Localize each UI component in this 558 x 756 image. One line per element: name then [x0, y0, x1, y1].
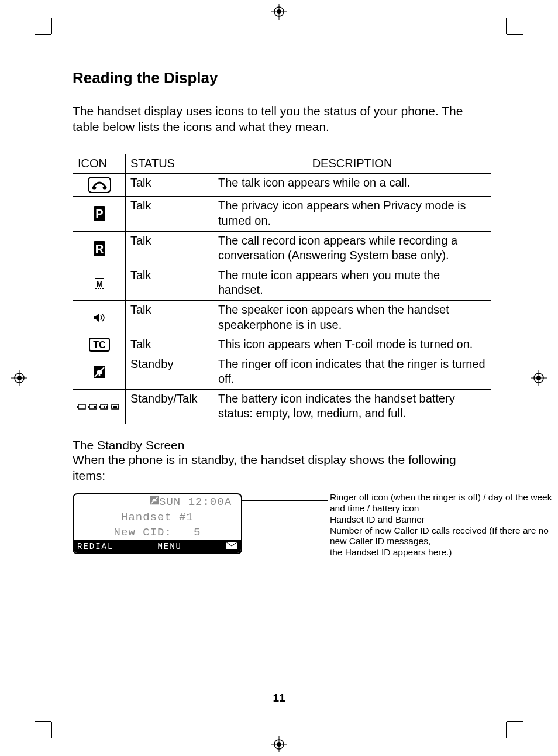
desc-cell: The privacy icon appears when Privacy mo…: [213, 197, 491, 231]
status-cell: Standby: [126, 355, 213, 389]
status-cell: Talk: [126, 231, 213, 266]
svg-text:M: M: [96, 279, 103, 288]
leader-line-icon: [242, 500, 328, 501]
table-row: P Talk The privacy icon appears when Pri…: [73, 197, 491, 231]
table-header-row: ICON STATUS DESCRIPTION: [73, 154, 491, 174]
col-header-icon: ICON: [73, 154, 126, 174]
record-r-icon: R: [73, 231, 126, 266]
status-cell: Talk: [126, 335, 213, 355]
crop-mark-icon: [506, 18, 507, 34]
desc-cell: The call record icon appears while recor…: [213, 231, 491, 266]
table-row: TC Talk This icon appears when T-coil mo…: [73, 335, 491, 355]
status-cell: Talk: [126, 300, 213, 335]
registration-mark-icon: [271, 4, 287, 20]
svg-rect-16: [88, 177, 111, 193]
svg-rect-34: [77, 406, 78, 408]
callout-2: Handset ID and Banner: [330, 514, 558, 525]
svg-point-31: [98, 374, 100, 376]
callout-3b: the Handset ID appears here.): [330, 547, 558, 558]
desc-cell: The battery icon indicates the handset b…: [213, 389, 491, 424]
status-cell: Talk: [126, 174, 213, 197]
registration-mark-icon: [531, 370, 547, 386]
crop-mark-icon: [35, 34, 51, 35]
battery-icon: [232, 493, 242, 521]
status-cell: Talk: [126, 197, 213, 231]
svg-rect-36: [88, 406, 89, 408]
crop-mark-icon: [51, 18, 52, 34]
softkey-mid: MENU: [113, 542, 226, 551]
svg-rect-43: [111, 406, 112, 408]
svg-point-18: [102, 187, 106, 190]
desc-cell: The talk icon appears while on a call.: [213, 174, 491, 197]
svg-rect-44: [113, 406, 115, 408]
crop-mark-icon: [507, 34, 523, 35]
talk-phone-icon: [73, 174, 126, 197]
svg-rect-37: [94, 406, 96, 408]
desc-cell: This icon appears when T-coil mode is tu…: [213, 335, 491, 355]
status-cell: Talk: [126, 266, 213, 300]
mute-m-icon: M: [73, 266, 126, 300]
desc-cell: The mute icon appears when you mute the …: [213, 266, 491, 300]
icon-status-table: ICON STATUS DESCRIPTION Talk The talk ic…: [73, 154, 491, 424]
tcoil-tc-icon: TC: [73, 335, 126, 355]
table-row: R Talk The call record icon appears whil…: [73, 231, 491, 266]
lcd-softkey-row: REDIAL MENU: [74, 540, 241, 553]
svg-rect-46: [118, 406, 119, 408]
svg-rect-33: [78, 404, 85, 409]
crop-mark-icon: [35, 721, 51, 722]
svg-rect-39: [99, 406, 101, 408]
col-header-description: DESCRIPTION: [213, 154, 491, 174]
registration-mark-icon: [271, 736, 287, 752]
standby-diagram: SUN 12:00A Handset #1 New CID: 5 REDIAL …: [73, 493, 491, 575]
svg-text:TC: TC: [93, 340, 106, 350]
callout-1: Ringer off icon (when the ringer is off)…: [330, 492, 558, 514]
callout-list: Ringer off icon (when the ringer is off)…: [330, 492, 558, 558]
col-header-status: STATUS: [126, 154, 213, 174]
table-row: Standby/Talk The battery icon indicates …: [73, 389, 491, 424]
ringer-off-icon: [73, 355, 126, 389]
desc-cell: The speaker icon appears when the handse…: [213, 300, 491, 335]
battery-levels-icon: [73, 389, 126, 424]
page-title: Reading the Display: [73, 69, 491, 87]
lcd-screen: SUN 12:00A Handset #1 New CID: 5 REDIAL …: [73, 493, 242, 554]
leader-line-icon: [234, 532, 328, 532]
lcd-row-1: SUN 12:00A: [74, 494, 241, 510]
callout-3: Number of new Caller ID calls received (…: [330, 525, 558, 548]
svg-point-17: [92, 187, 96, 190]
svg-rect-26: [94, 316, 96, 319]
lcd-new-cid: New CID: 5: [74, 525, 241, 540]
desc-cell: The ringer off icon indicates that the r…: [213, 355, 491, 389]
envelope-icon: [226, 542, 237, 551]
leader-line-icon: [243, 517, 328, 517]
svg-text:R: R: [95, 242, 104, 255]
standby-intro: When the phone is in standby, the handse…: [73, 452, 491, 484]
svg-rect-41: [106, 406, 108, 408]
privacy-p-icon: P: [73, 197, 126, 231]
table-row: Talk The talk icon appears while on a ca…: [73, 174, 491, 197]
svg-marker-27: [96, 314, 99, 322]
standby-heading: The Standby Screen: [73, 438, 491, 452]
table-row: Talk The speaker icon appears when the h…: [73, 300, 491, 335]
svg-rect-40: [104, 406, 105, 408]
softkey-left: REDIAL: [77, 542, 113, 551]
svg-text:P: P: [95, 207, 103, 220]
crop-mark-icon: [51, 722, 52, 738]
lcd-day-time: SUN 12:00A: [159, 496, 232, 508]
svg-rect-45: [115, 406, 117, 408]
status-cell: Standby/Talk: [126, 389, 213, 424]
page-content: Reading the Display The handset display …: [73, 69, 491, 575]
speaker-icon: [73, 300, 126, 335]
table-row: Standby The ringer off icon indicates th…: [73, 355, 491, 389]
intro-paragraph: The handset display uses icons to tell y…: [73, 104, 491, 135]
crop-mark-icon: [507, 721, 523, 722]
crop-mark-icon: [506, 722, 507, 738]
table-row: M Talk The mute icon appears when you mu…: [73, 266, 491, 300]
page-number: 11: [0, 692, 558, 705]
registration-mark-icon: [11, 370, 27, 386]
